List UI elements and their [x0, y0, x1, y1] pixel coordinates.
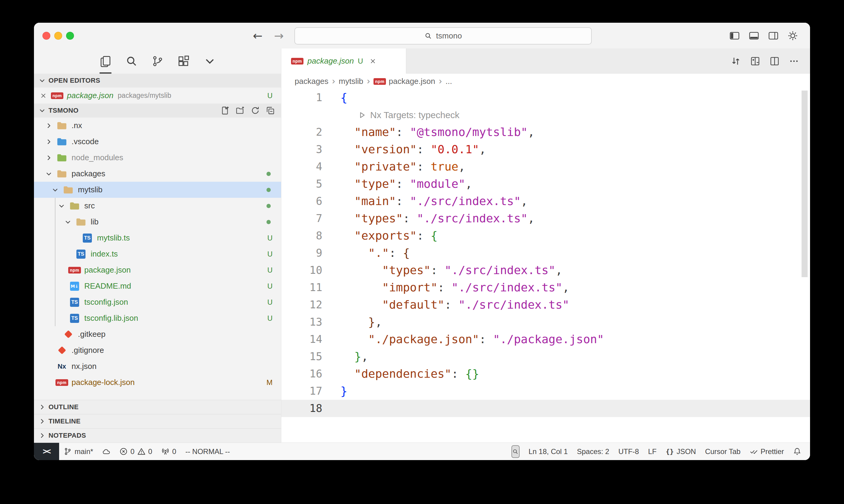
status-cursor-position[interactable]: Ln 18, Col 1: [524, 443, 572, 460]
tree-item-.nx[interactable]: .nx: [34, 118, 281, 133]
cloud-icon: [102, 447, 110, 455]
close-window-button[interactable]: [42, 32, 50, 40]
workspace-title: TSMONO: [49, 107, 79, 114]
status-language-mode[interactable]: {}JSON: [661, 443, 701, 460]
git-badge: M: [266, 378, 273, 387]
command-center-search[interactable]: tsmono: [294, 27, 592, 44]
status-cursor-tab[interactable]: Cursor Tab: [701, 443, 745, 460]
code-line-4: 4 "private": true,: [281, 158, 810, 175]
toggle-panel-button[interactable]: [748, 30, 760, 41]
tree-item-.vscode[interactable]: .vscode: [34, 133, 281, 150]
collapse-folders-icon[interactable]: [266, 106, 275, 115]
tree-item-tsconfig.lib.json[interactable]: TStsconfig.lib.jsonU: [34, 310, 281, 326]
activity-search-button[interactable]: [125, 49, 139, 74]
new-file-icon[interactable]: [220, 106, 229, 115]
bell-icon: [793, 447, 801, 455]
ts-icon: TS: [70, 298, 79, 307]
toggle-secondary-sidebar-button[interactable]: [768, 30, 779, 41]
workspace-header[interactable]: TSMONO: [34, 104, 281, 118]
status-git-branch[interactable]: main*: [59, 443, 98, 460]
split-editor-icon[interactable]: [770, 56, 780, 66]
sidebar-bottom-sections: OUTLINETIMELINENOTEPADS: [34, 400, 281, 443]
close-editor-icon[interactable]: [39, 92, 47, 100]
folder-node-icon: [57, 153, 67, 162]
open-editors-header[interactable]: OPEN EDITORS: [34, 74, 281, 88]
tree-item-.gitkeep[interactable]: .gitkeep: [34, 326, 281, 342]
code-line-9: 9 ".": {: [281, 245, 810, 262]
more-actions-icon[interactable]: [789, 56, 799, 66]
activity-source-control-button[interactable]: [151, 49, 165, 74]
tree-item-index.ts[interactable]: TSindex.tsU: [34, 246, 281, 262]
status-ports[interactable]: 0: [157, 443, 181, 460]
breadcrumb-item[interactable]: npmpackage.json: [374, 77, 435, 86]
folder-vscode-icon: [57, 137, 67, 146]
tab-package-json[interactable]: npm package.json U: [281, 49, 406, 74]
sidebar-section-timeline[interactable]: TIMELINE: [34, 414, 281, 428]
status-zoom-indicator[interactable]: [507, 443, 524, 460]
chevron-down-icon: [45, 170, 53, 178]
activity-bar: [34, 49, 281, 74]
status-eol-sequence[interactable]: LF: [643, 443, 661, 460]
minimize-window-button[interactable]: [54, 32, 62, 40]
code-line-12: 12 "default": "./src/index.ts": [281, 296, 810, 313]
line-number: 16: [281, 365, 322, 382]
status-problems[interactable]: 00: [115, 443, 157, 460]
open-changes-icon[interactable]: [750, 56, 760, 66]
open-editor-git-badge: U: [268, 91, 273, 100]
refresh-explorer-icon[interactable]: [251, 106, 260, 115]
tree-item-package.json[interactable]: npmpackage.jsonU: [34, 262, 281, 278]
tree-item-label: src: [84, 201, 95, 211]
tree-item-mytslib[interactable]: mytslib: [34, 182, 281, 198]
toggle-primary-sidebar-button[interactable]: [729, 30, 740, 41]
codelens-row[interactable]: Nx Targets: typecheck: [281, 106, 810, 124]
tree-item-README.md[interactable]: M↓README.mdU: [34, 278, 281, 294]
settings-button[interactable]: [787, 30, 798, 41]
new-folder-icon[interactable]: [236, 106, 245, 115]
breadcrumb-item[interactable]: packages: [295, 77, 328, 86]
fullscreen-window-button[interactable]: [66, 32, 74, 40]
line-number: 17: [281, 382, 322, 400]
tree-item-packages[interactable]: packages: [34, 166, 281, 182]
breadcrumb-separator-icon: ›: [367, 76, 370, 87]
status-indentation[interactable]: Spaces: 2: [572, 443, 614, 460]
activity-extensions-button[interactable]: [177, 49, 191, 74]
sidebar-section-notepads[interactable]: NOTEPADS: [34, 428, 281, 443]
tree-item-lib[interactable]: lib: [34, 214, 281, 230]
editor-scrollbar[interactable]: [802, 91, 808, 277]
editor-area: packages›mytslib›npmpackage.json›... 1{N…: [281, 74, 810, 443]
compare-changes-icon[interactable]: [730, 56, 741, 66]
code-viewport[interactable]: 1{Nx Targets: typecheck2 "name": "@tsmon…: [281, 89, 810, 443]
tree-item-.gitignore[interactable]: .gitignore: [34, 342, 281, 358]
git-badge: U: [268, 234, 273, 242]
breadcrumb-item[interactable]: ...: [446, 77, 452, 86]
tab-close-icon[interactable]: [369, 57, 377, 65]
status-notifications[interactable]: [789, 443, 806, 460]
status-vim-mode[interactable]: -- NORMAL --: [181, 443, 234, 460]
status-remote-indicator[interactable]: ><: [34, 443, 59, 460]
line-number: 15: [281, 348, 322, 365]
indent-guide: [55, 198, 55, 326]
tree-item-tsconfig.json[interactable]: TStsconfig.jsonU: [34, 294, 281, 310]
open-editor-item[interactable]: npm package.json packages/mytslib U: [34, 88, 281, 104]
breadcrumb-item[interactable]: mytslib: [339, 77, 363, 86]
history-back-button[interactable]: ←: [253, 23, 262, 49]
status-publish-changes[interactable]: [98, 443, 115, 460]
chevron-right-icon: [38, 403, 46, 411]
tree-item-nx.json[interactable]: Nxnx.json: [34, 358, 281, 374]
tree-item-package-lock.json[interactable]: npmpackage-lock.jsonM: [34, 374, 281, 391]
tree-item-mytslib.ts[interactable]: TSmytslib.tsU: [34, 230, 281, 246]
status-formatter[interactable]: Prettier: [745, 443, 789, 460]
tree-item-node-modules[interactable]: node_modules: [34, 150, 281, 166]
breadcrumb-label: mytslib: [339, 77, 363, 86]
folder-src-icon: [69, 201, 80, 211]
md-icon: M↓: [70, 282, 79, 291]
status-encoding[interactable]: UTF-8: [614, 443, 643, 460]
code-line-5: 5 "type": "module",: [281, 175, 810, 193]
sidebar-section-outline[interactable]: OUTLINE: [34, 400, 281, 414]
history-forward-button[interactable]: →: [274, 23, 284, 49]
line-number: 14: [281, 331, 322, 348]
activity-more-views-button[interactable]: [203, 49, 217, 74]
tree-item-src[interactable]: src: [34, 198, 281, 214]
activity-explorer-button[interactable]: [99, 49, 113, 74]
sidebar-section-label: OUTLINE: [49, 403, 79, 411]
